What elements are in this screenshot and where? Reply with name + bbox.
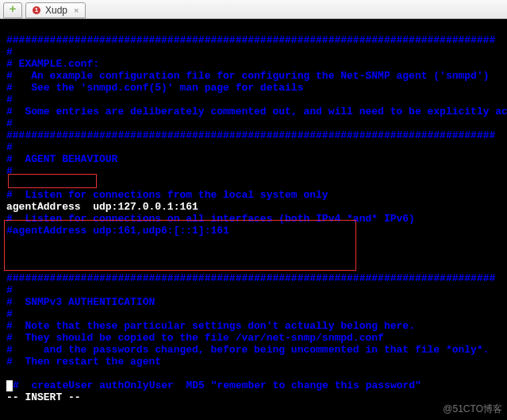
new-tab-button[interactable]: + bbox=[3, 2, 22, 18]
config-line: # AGENT BEHAVIOUR bbox=[6, 153, 117, 165]
config-line: # Note that these particular settings do… bbox=[6, 320, 415, 332]
config-line: ########################################… bbox=[6, 272, 495, 284]
config-line: # Some entries are deliberately commente… bbox=[6, 106, 507, 118]
highlight-box-1 bbox=[8, 174, 97, 188]
tab-xudp[interactable]: 1 Xudp × bbox=[25, 2, 86, 18]
config-line: # EXAMPLE.conf: bbox=[6, 58, 99, 70]
config-line: # SNMPv3 AUTHENTICATION bbox=[6, 296, 155, 308]
tab-bar: + 1 Xudp × bbox=[0, 0, 507, 19]
plus-icon: + bbox=[9, 3, 16, 17]
config-line: # bbox=[6, 284, 13, 296]
config-line: # bbox=[6, 118, 13, 129]
config-line: # An example configuration file for conf… bbox=[6, 70, 490, 82]
config-line: # bbox=[6, 46, 13, 58]
close-icon[interactable]: × bbox=[74, 6, 79, 15]
vim-status: -- INSERT -- bbox=[6, 391, 81, 403]
terminal-viewport[interactable]: ########################################… bbox=[0, 19, 507, 420]
config-line: #agentAddress udp:161,udp6:[::1]:161 bbox=[6, 225, 229, 237]
config-line: # See the 'snmpd.conf(5)' man page for d… bbox=[6, 82, 303, 94]
config-line: ########################################… bbox=[6, 34, 495, 46]
config-line: # and the passwords changed, before bein… bbox=[6, 344, 490, 356]
tab-indicator-icon: 1 bbox=[33, 6, 40, 14]
tab-title: Xudp bbox=[45, 5, 67, 16]
config-line: # bbox=[6, 165, 13, 177]
config-line: # Listen for connections on all interfac… bbox=[6, 213, 415, 225]
config-line: # bbox=[6, 308, 13, 320]
config-line: # bbox=[6, 141, 13, 153]
config-line: # bbox=[6, 94, 13, 106]
watermark: @51CTO博客 bbox=[443, 403, 502, 415]
config-line: # createUser authOnlyUser MD5 "remember … bbox=[13, 380, 421, 391]
config-line-active: agentAddress udp:127.0.0.1:161 bbox=[6, 201, 198, 213]
config-line: # They should be copied to the file /var… bbox=[6, 332, 384, 344]
config-line: ########################################… bbox=[6, 129, 495, 141]
config-line: # Then restart the agent bbox=[6, 356, 161, 368]
config-line: # Listen for connections from the local … bbox=[6, 189, 328, 201]
cursor bbox=[6, 380, 13, 391]
